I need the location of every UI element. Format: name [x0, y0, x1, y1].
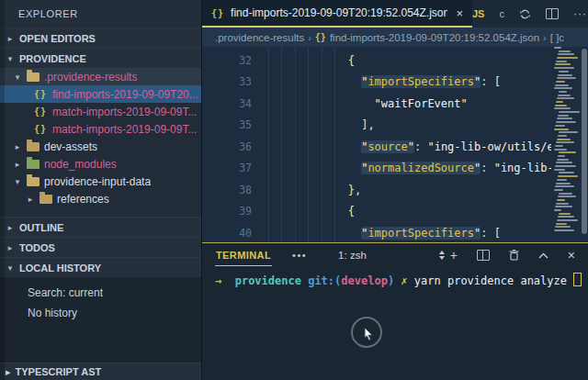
- js-badge[interactable]: JS: [472, 8, 484, 19]
- minimap-line: [557, 77, 576, 79]
- code-line: 37 "normalizedSource": "ing-lib-ow: [202, 158, 588, 180]
- minimap-line: [559, 50, 571, 52]
- json-key: "importSpecifiers": [361, 75, 481, 88]
- line-number: 38: [202, 184, 252, 196]
- line-number: 39: [202, 205, 252, 218]
- tree-item-label: references: [57, 193, 109, 206]
- new-terminal-icon[interactable]: +: [450, 248, 458, 263]
- section-typescript-ast[interactable]: ▸ TYPESCRIPT AST: [0, 363, 201, 380]
- split-terminal-icon[interactable]: [477, 250, 490, 261]
- json-punct: },: [348, 184, 361, 196]
- json-string: "ing-lib-ow/utils/eve: [427, 140, 567, 153]
- terminal-shell-select[interactable]: 1: zsh: [333, 248, 450, 263]
- json-key: "importSpecifiers": [361, 227, 481, 240]
- minimap-line: [558, 95, 571, 96]
- minimap-line: [555, 105, 567, 106]
- json-file-icon: {}: [211, 8, 224, 18]
- section-label: OPEN EDITORS: [19, 33, 96, 44]
- tab-find-imports-json[interactable]: {} find-imports-2019-09-09T20:19:52.054Z…: [202, 0, 472, 28]
- minimap[interactable]: [551, 47, 588, 242]
- prompt-segment: providence: [235, 274, 301, 287]
- tab-close-icon[interactable]: ×: [456, 6, 463, 20]
- close-panel-icon[interactable]: ×: [568, 248, 575, 263]
- sync-icon[interactable]: [519, 8, 531, 20]
- prompt-segment: [221, 274, 234, 287]
- section-providence[interactable]: ▾ PROVIDENCE: [0, 48, 201, 68]
- minimap-line: [558, 175, 578, 177]
- minimap-line: [554, 169, 565, 171]
- minimap-line: [556, 81, 565, 83]
- code-line: 40 "importSpecifiers": [: [202, 222, 588, 242]
- chevron-right-icon: ▸: [13, 160, 22, 169]
- tree-item[interactable]: {}match-imports-2019-09-09T...: [0, 120, 201, 138]
- minimap-line: [558, 216, 574, 218]
- minimap-line: [556, 223, 567, 225]
- code-editor[interactable]: 32 {33 "importSpecifiers": [34 "waitForE…: [202, 47, 588, 242]
- tree-item[interactable]: ▸references: [0, 190, 201, 207]
- terminal-panel: TERMINAL ••• 1: zsh + ×: [202, 242, 588, 380]
- section-local-history[interactable]: ▾ LOCAL HISTORY: [0, 257, 201, 277]
- minimap-line: [557, 179, 567, 181]
- tree-item[interactable]: {}find-imports-2019-09-09T20...: [0, 85, 201, 103]
- minimap-line: [557, 117, 572, 119]
- line-number: 36: [202, 140, 252, 153]
- minimap-line: [555, 185, 574, 187]
- more-actions-icon[interactable]: ···: [573, 7, 587, 20]
- minimap-line: [558, 155, 565, 157]
- tree-item[interactable]: ▸dev-assets: [0, 138, 201, 155]
- tree-item[interactable]: ▾providence-input-data: [0, 173, 201, 190]
- kill-terminal-icon[interactable]: [509, 250, 519, 261]
- tree-item-label: match-imports-2019-09-09T...: [52, 106, 197, 118]
- chevron-right-icon: ▸: [6, 243, 15, 252]
- editor-scrollbar[interactable]: [582, 49, 587, 234]
- json-punct: :: [481, 162, 493, 174]
- quote: ": [408, 140, 414, 153]
- breadcrumb-item[interactable]: .providence-results: [215, 32, 304, 43]
- minimap-line: [558, 74, 572, 76]
- minimap-line: [557, 159, 569, 161]
- shell-select-value: 1: zsh: [338, 250, 367, 261]
- c-badge[interactable]: c: [499, 8, 504, 19]
- local-history-item[interactable]: Search: current: [0, 283, 201, 303]
- split-editor-icon[interactable]: [546, 8, 559, 19]
- code-line: 39 {: [202, 201, 588, 223]
- code-text: "importSpecifiers": [: [268, 227, 501, 240]
- tree-item[interactable]: {}match-imports-2019-09-09T...: [0, 103, 201, 120]
- minimap-line: [558, 196, 576, 197]
- chevron-right-icon: ▸: [26, 195, 35, 204]
- line-number: 37: [202, 162, 252, 174]
- prompt-segment: yarn providence analyze: [414, 274, 573, 287]
- minimap-line: [556, 61, 567, 62]
- minimap-line: [554, 87, 572, 89]
- section-open-editors[interactable]: ▸ OPEN EDITORS: [0, 28, 201, 48]
- minimap-line: [556, 183, 571, 184]
- line-number: 34: [202, 97, 252, 110]
- folder-icon: [27, 142, 40, 151]
- tree-item[interactable]: ▾.providence-results: [0, 68, 201, 85]
- explorer-sidebar: EXPLORER ▸ OPEN EDITORS ▾ PROVIDENCE ▾.p…: [0, 0, 201, 380]
- breadcrumb-item[interactable]: [ ]c: [550, 32, 564, 43]
- tree-item[interactable]: ▸node_modules: [0, 155, 201, 173]
- folder-icon: [40, 195, 52, 204]
- local-history-item[interactable]: No history: [0, 303, 201, 323]
- indent-guide: [268, 47, 269, 242]
- section-outline[interactable]: ▸ OUTLINE: [0, 217, 201, 237]
- section-todos[interactable]: ▸ TODOS: [0, 237, 201, 257]
- minimap-line: [557, 199, 565, 201]
- minimap-line: [554, 47, 561, 49]
- tab-terminal[interactable]: TERMINAL: [215, 245, 272, 266]
- minimap-line: [557, 57, 578, 59]
- minimap-line: [554, 229, 574, 231]
- code-line: 33 "importSpecifiers": [: [202, 72, 588, 94]
- section-label: PROVIDENCE: [19, 53, 86, 64]
- json-punct: {: [348, 54, 355, 67]
- json-punct: {: [348, 205, 355, 218]
- panel-more-icon[interactable]: •••: [292, 250, 307, 261]
- terminal-output[interactable]: → providence git:(develop) ✗ yarn provid…: [202, 267, 588, 287]
- code-text: "waitForEvent": [268, 97, 468, 110]
- minimap-line: [554, 67, 574, 69]
- minimap-line: [559, 172, 574, 173]
- tree-item-label: find-imports-2019-09-09T20...: [52, 88, 198, 101]
- maximize-panel-icon[interactable]: [538, 252, 548, 259]
- breadcrumb-item[interactable]: {}find-imports-2019-09-09T20:19:52.054Z.…: [315, 32, 539, 43]
